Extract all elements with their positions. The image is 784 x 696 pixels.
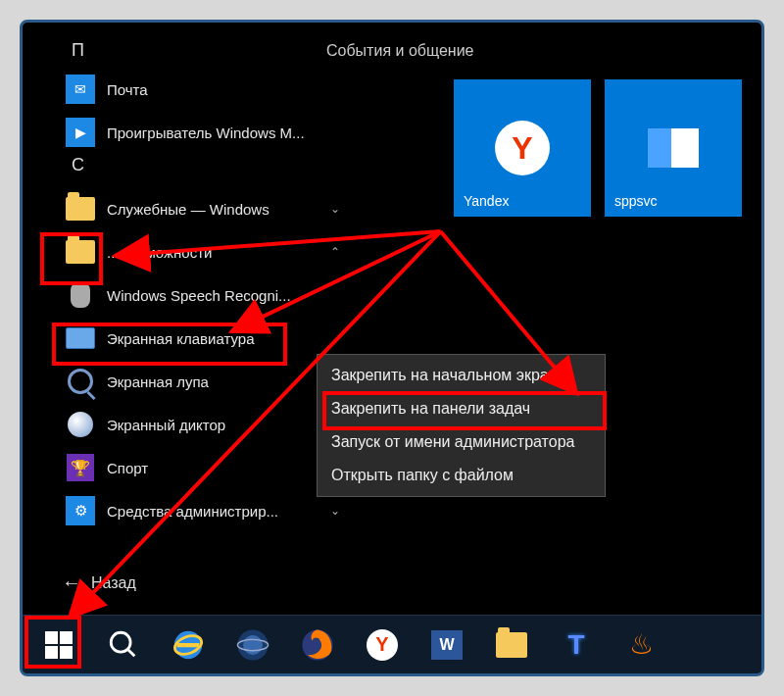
app-label: Windows Speech Recogni... xyxy=(107,287,291,304)
narrator-icon xyxy=(66,410,95,439)
keyboard-icon xyxy=(66,323,95,353)
flame-icon: ♨ xyxy=(624,628,658,662)
tile-group: Y Yandex sppsvc xyxy=(454,79,742,217)
folder-icon xyxy=(66,194,95,224)
folder-icon xyxy=(66,237,95,267)
app-list-p: ✉ Почта ▶ Проигрыватель Windows M... xyxy=(60,68,354,154)
magnifier-icon xyxy=(66,367,95,396)
firefox-icon xyxy=(301,628,334,662)
app-item-system-tools[interactable]: Служебные — Windows ⌄ xyxy=(60,187,354,230)
search-button[interactable] xyxy=(95,619,152,671)
app-label: Почта xyxy=(107,81,148,98)
windows-icon xyxy=(45,631,73,659)
chevron-down-icon: ⌄ xyxy=(330,202,340,216)
search-icon xyxy=(107,628,140,662)
app-label: Экранная лупа xyxy=(107,373,209,390)
screenshot-frame: П С События и общение Y Yandex sppsvc ✉ … xyxy=(20,20,764,676)
app-label: Проигрыватель Windows M... xyxy=(107,124,305,141)
tile-sppsvc[interactable]: sppsvc xyxy=(605,79,742,217)
ctx-run-admin[interactable]: Запуск от имени администратора xyxy=(318,425,605,459)
taskbar-burn[interactable]: ♨ xyxy=(612,619,669,671)
app-item-mail[interactable]: ✉ Почта xyxy=(60,68,354,111)
tile-label: sppsvc xyxy=(614,193,658,209)
app-label: Экранная клавиатура xyxy=(107,330,254,347)
back-label: Назад xyxy=(91,574,136,592)
app-label: Спорт xyxy=(107,460,148,476)
chevron-down-icon: ⌄ xyxy=(330,504,340,518)
app-item-admin-tools[interactable]: ⚙ Средства администрир... ⌄ xyxy=(60,489,354,532)
chevron-up-icon: ⌃ xyxy=(330,245,340,259)
app-item-wmp[interactable]: ▶ Проигрыватель Windows M... xyxy=(60,111,354,154)
tile-group-title[interactable]: События и общение xyxy=(326,42,474,60)
letter-t-icon: T xyxy=(560,628,593,662)
taskbar-yandex[interactable]: Y xyxy=(354,619,411,671)
svg-point-5 xyxy=(243,635,263,655)
ctx-pin-start[interactable]: Закрепить на начальном экране xyxy=(318,359,605,392)
app-item-osk[interactable]: Экранная клавиатура xyxy=(60,317,354,360)
app-label: Экранный диктор xyxy=(107,417,225,433)
app-item-magnifier[interactable]: Экранная лупа xyxy=(60,360,354,403)
mail-icon: ✉ xyxy=(66,75,95,104)
tile-label: Yandex xyxy=(464,193,509,209)
word-icon: W xyxy=(430,628,464,662)
app-label: Средства администрир... xyxy=(107,503,278,520)
taskbar: Y W T ♨ xyxy=(23,615,761,673)
app-item-sport[interactable]: 🏆 Спорт xyxy=(60,446,354,489)
back-button[interactable]: ← Назад xyxy=(62,572,136,594)
alpha-header-c[interactable]: С xyxy=(72,155,84,175)
yandex-icon: Y xyxy=(366,628,399,662)
tile-yandex[interactable]: Y Yandex xyxy=(454,79,591,217)
wmp-icon: ▶ xyxy=(66,118,95,147)
arrow-left-icon: ← xyxy=(62,572,81,594)
context-menu: Закрепить на начальном экране Закрепить … xyxy=(317,354,606,497)
svg-point-0 xyxy=(111,632,130,652)
svg-line-1 xyxy=(127,649,134,656)
taskbar-sputnik[interactable] xyxy=(224,619,281,671)
alpha-header-p[interactable]: П xyxy=(72,40,84,61)
taskbar-firefox[interactable] xyxy=(289,619,346,671)
start-button[interactable] xyxy=(30,619,87,671)
start-menu: П С События и общение Y Yandex sppsvc ✉ … xyxy=(23,23,761,616)
taskbar-ie[interactable] xyxy=(160,619,217,671)
ctx-pin-taskbar[interactable]: Закрепить на панели задач xyxy=(318,392,605,425)
app-list-c: Служебные — Windows ⌄ ... возможности ⌃ … xyxy=(60,187,354,532)
trophy-icon: 🏆 xyxy=(66,453,95,482)
app-item-accessibility[interactable]: ... возможности ⌃ xyxy=(60,230,354,273)
ctx-open-folder[interactable]: Открыть папку с файлом xyxy=(318,459,605,492)
app-item-speech[interactable]: Windows Speech Recogni... xyxy=(60,273,354,317)
ie-icon xyxy=(172,628,205,662)
taskbar-explorer[interactable] xyxy=(483,619,540,671)
yandex-icon: Y xyxy=(495,121,550,175)
mic-icon xyxy=(66,280,95,310)
folder-icon xyxy=(495,628,528,662)
globe-icon xyxy=(236,628,270,662)
app-label: ... возможности xyxy=(107,244,212,261)
taskbar-word[interactable]: W xyxy=(418,619,475,671)
gear-icon: ⚙ xyxy=(66,496,95,525)
taskbar-app-t[interactable]: T xyxy=(548,619,605,671)
app-item-narrator[interactable]: Экранный диктор xyxy=(60,403,354,446)
app-label: Служебные — Windows xyxy=(107,201,270,218)
sppsvc-icon xyxy=(648,128,699,168)
